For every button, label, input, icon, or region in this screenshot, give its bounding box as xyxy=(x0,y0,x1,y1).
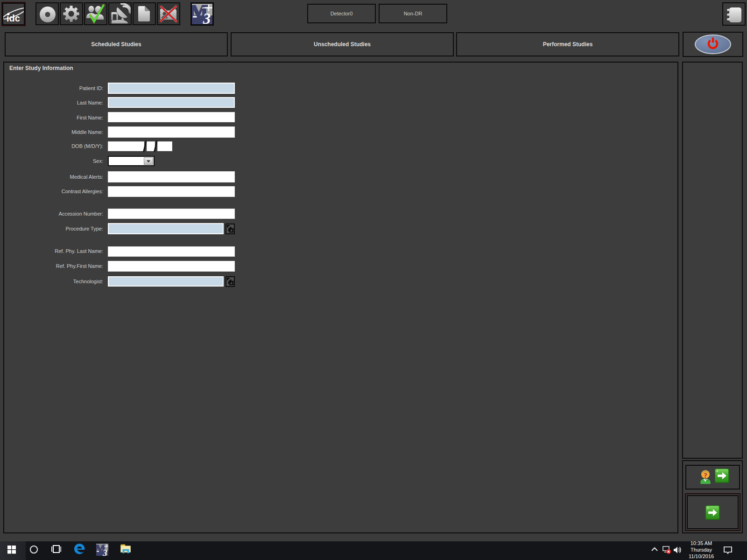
svg-text:3: 3 xyxy=(102,548,107,556)
svg-text:?: ? xyxy=(704,472,707,479)
svg-text:idc: idc xyxy=(7,13,20,23)
svg-text:3: 3 xyxy=(203,10,211,24)
